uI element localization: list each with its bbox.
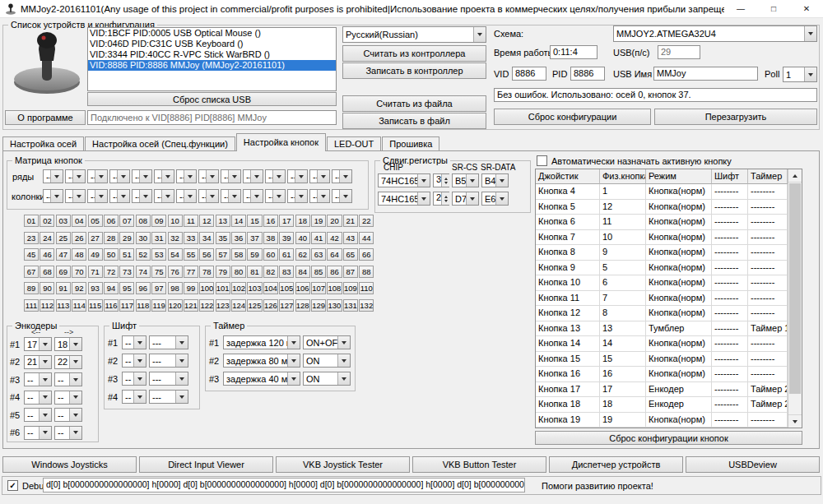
shift-b-select[interactable]: --- xyxy=(149,335,188,349)
matrix-button[interactable]: 28 xyxy=(104,232,119,244)
matrix-button[interactable]: 55 xyxy=(184,248,198,261)
usbdeview-button[interactable]: USBDeview xyxy=(686,456,820,473)
device-list-item[interactable]: VID:8886 PID:8886 MMJoy (MMJoy2-20161101… xyxy=(88,60,336,71)
matrix-button[interactable]: 77 xyxy=(184,266,198,278)
matrix-row-select[interactable]: -- xyxy=(265,169,286,183)
shift-b-select[interactable]: --- xyxy=(149,390,188,404)
column-header[interactable]: Физ.кнопка xyxy=(600,169,646,184)
scroll-down-icon[interactable] xyxy=(788,414,802,428)
encoder-a-select[interactable]: 17 xyxy=(24,337,52,351)
read-from-file-button[interactable]: Считать из файла xyxy=(342,95,486,112)
matrix-col-select[interactable]: -- xyxy=(287,189,308,203)
matrix-col-select[interactable]: -- xyxy=(221,189,241,203)
table-row[interactable]: Кнопка 1717Енкодер--------Таймер 2 xyxy=(536,382,802,398)
matrix-button[interactable]: 49 xyxy=(88,248,103,261)
matrix-button[interactable]: 23 xyxy=(24,232,39,244)
chip-select[interactable]: 74HC165 xyxy=(378,173,430,187)
vkb-button-tester-button[interactable]: VKB Button Tester xyxy=(412,456,546,473)
matrix-row-select[interactable]: -- xyxy=(65,169,86,183)
encoder-b-select[interactable]: -- xyxy=(54,408,82,422)
matrix-button[interactable]: 85 xyxy=(311,266,326,278)
matrix-button[interactable]: 37 xyxy=(247,232,262,244)
checkbox-box[interactable]: ✓ xyxy=(7,480,18,491)
matrix-button[interactable]: 86 xyxy=(327,266,342,278)
matrix-button[interactable]: 56 xyxy=(199,248,214,261)
matrix-button[interactable]: 04 xyxy=(72,215,86,227)
table-row[interactable]: Кнопка 89Кнопка(норм)---------------- xyxy=(536,245,802,261)
language-select[interactable]: Русский(Russian) xyxy=(342,26,486,43)
matrix-button[interactable]: 129 xyxy=(311,299,326,312)
sr-cs-select[interactable]: D7 xyxy=(452,192,479,206)
matrix-button[interactable]: 65 xyxy=(343,248,358,261)
tab-led-out[interactable]: LED-OUT xyxy=(327,136,381,151)
matrix-button[interactable]: 35 xyxy=(216,232,230,244)
encoder-a-select[interactable]: -- xyxy=(24,408,52,422)
timer-delay-select[interactable]: задержка 80 мс xyxy=(223,354,300,368)
matrix-button[interactable]: 121 xyxy=(184,299,198,312)
timer-mode-select[interactable]: ON+OFF xyxy=(303,335,351,349)
matrix-button[interactable]: 10 xyxy=(168,215,183,227)
spinner-down-icon[interactable] xyxy=(444,200,448,202)
matrix-button[interactable]: 104 xyxy=(263,282,278,294)
reset-config-button[interactable]: Сброс конфигурации xyxy=(494,109,651,125)
shift-a-select[interactable]: -- xyxy=(122,372,146,386)
close-button[interactable]: ✕ xyxy=(790,0,823,17)
matrix-button[interactable]: 39 xyxy=(279,232,294,244)
matrix-button[interactable]: 132 xyxy=(359,299,374,312)
sr-data-select[interactable]: B4 xyxy=(481,173,509,187)
matrix-button[interactable]: 57 xyxy=(216,248,230,261)
matrix-button[interactable]: 108 xyxy=(327,282,342,294)
device-manager-button[interactable]: Диспетчер устройств xyxy=(549,456,683,473)
table-row[interactable]: Кнопка 710Кнопка(норм)---------------- xyxy=(536,230,802,246)
matrix-row-select[interactable]: -- xyxy=(109,169,130,183)
matrix-col-select[interactable]: -- xyxy=(109,189,130,203)
matrix-button[interactable]: 03 xyxy=(56,215,71,227)
matrix-button[interactable]: 09 xyxy=(151,215,166,227)
matrix-button[interactable]: 96 xyxy=(136,282,151,294)
auto-assign-checkbox[interactable]: Автоматически назначать активную кнопку xyxy=(537,155,732,166)
reset-buttons-config-button[interactable]: Сброс конфигурации кнопок xyxy=(535,431,802,445)
spinner-up-icon[interactable] xyxy=(444,196,448,198)
matrix-button[interactable]: 116 xyxy=(104,299,119,312)
matrix-button[interactable]: 26 xyxy=(72,232,86,244)
sr-data-select[interactable]: E6 xyxy=(481,192,509,206)
tab-axes[interactable]: Настройка осей xyxy=(2,136,84,151)
matrix-button[interactable]: 42 xyxy=(327,232,342,244)
matrix-button[interactable]: 98 xyxy=(168,282,183,294)
matrix-button[interactable]: 84 xyxy=(295,266,310,278)
shift-b-select[interactable]: --- xyxy=(149,354,188,368)
table-row[interactable]: Кнопка 1616Кнопка(норм)---------------- xyxy=(536,367,802,382)
matrix-button[interactable]: 117 xyxy=(119,299,134,312)
matrix-button[interactable]: 95 xyxy=(119,282,134,294)
spinner-up-icon[interactable] xyxy=(444,178,448,180)
table-row[interactable]: Кнопка 1919Кнопка(норм)---------------- xyxy=(536,413,802,428)
matrix-button[interactable]: 100 xyxy=(199,282,214,294)
matrix-button[interactable]: 125 xyxy=(247,299,262,312)
matrix-button[interactable]: 05 xyxy=(88,215,103,227)
matrix-button[interactable]: 94 xyxy=(104,282,119,294)
matrix-button[interactable]: 122 xyxy=(199,299,214,312)
matrix-row-select[interactable]: -- xyxy=(221,169,241,183)
matrix-button[interactable]: 16 xyxy=(263,215,278,227)
matrix-button[interactable]: 44 xyxy=(359,232,374,244)
device-list-item[interactable]: VID:046D PID:C31C USB Keyboard () xyxy=(88,39,336,49)
tab-buttons[interactable]: Настройка кнопок xyxy=(236,133,326,151)
timer-delay-select[interactable]: задержка 40 мс xyxy=(223,372,300,386)
encoder-a-select[interactable]: -- xyxy=(24,391,52,405)
matrix-button[interactable]: 46 xyxy=(40,248,54,261)
matrix-button[interactable]: 69 xyxy=(56,266,71,278)
table-row[interactable]: Кнопка 611Кнопка(норм)---------------- xyxy=(536,215,802,230)
matrix-button[interactable]: 32 xyxy=(168,232,183,244)
device-list-item[interactable]: VID:3344 PID:40CC R-VPC Stick WarBRD () xyxy=(88,49,336,60)
matrix-button[interactable]: 103 xyxy=(247,282,262,294)
table-row[interactable]: Кнопка 128Кнопка(норм)---------------- xyxy=(536,306,802,321)
matrix-col-select[interactable]: -- xyxy=(265,189,286,203)
matrix-button[interactable]: 82 xyxy=(263,266,278,278)
matrix-row-select[interactable]: -- xyxy=(154,169,174,183)
poll-select[interactable]: 1 xyxy=(783,67,817,82)
matrix-col-select[interactable]: -- xyxy=(309,189,330,203)
matrix-col-select[interactable]: -- xyxy=(198,189,219,203)
matrix-col-select[interactable]: -- xyxy=(332,189,352,203)
matrix-button[interactable]: 114 xyxy=(72,299,86,312)
matrix-button[interactable]: 101 xyxy=(216,282,230,294)
